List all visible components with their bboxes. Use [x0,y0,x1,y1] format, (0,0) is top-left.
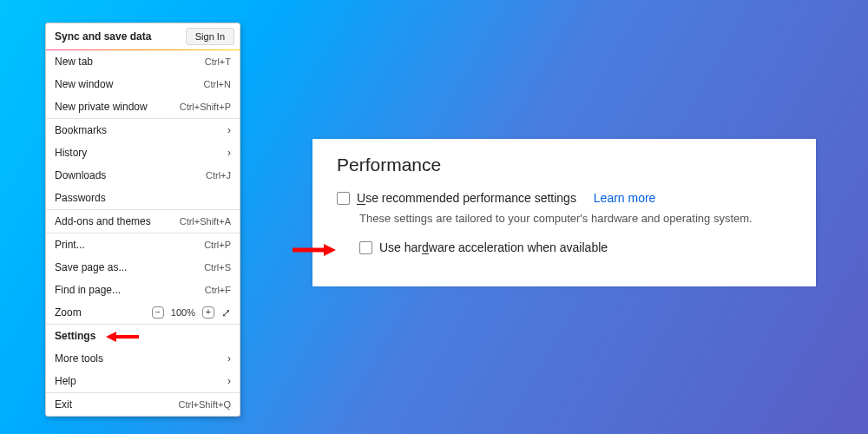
use-recommended-row[interactable]: Use recommended performance settings Lea… [337,191,792,205]
shortcut: Ctrl+N [204,79,231,89]
menu-item-label: New private window [55,101,180,113]
zoom-in-button[interactable]: + [202,306,214,319]
menu-addons[interactable]: Add-ons and themes Ctrl+Shift+A [46,210,240,233]
hw-accel-row[interactable]: Use hardware acceleration when available [359,240,792,254]
menu-passwords[interactable]: Passwords [46,187,240,209]
menu-new-window[interactable]: New window Ctrl+N [46,73,240,95]
shortcut: Ctrl+Shift+Q [178,399,231,410]
annotation-arrow-icon [106,329,141,345]
menu-save-page[interactable]: Save page as... Ctrl+S [46,256,240,279]
menu-item-label: Passwords [55,192,231,204]
menu-item-label: New tab [55,56,205,68]
menu-print[interactable]: Print... Ctrl+P [46,233,240,256]
shortcut: Ctrl+P [204,240,231,250]
use-recommended-label: Use recommended performance settings [357,191,576,205]
menu-exit[interactable]: Exit Ctrl+Shift+Q [46,393,240,416]
menu-new-private-window[interactable]: New private window Ctrl+Shift+P [46,95,240,118]
shortcut: Ctrl+J [206,170,231,181]
menu-item-label: Settings [55,330,231,342]
shortcut: Ctrl+T [205,56,231,67]
menu-item-label: History [55,147,219,159]
shortcut: Ctrl+Shift+A [180,216,231,227]
chevron-right-icon: › [219,352,231,365]
menu-new-tab[interactable]: New tab Ctrl+T [46,50,240,73]
menu-item-label: Help [55,375,219,387]
chevron-right-icon: › [219,147,231,159]
menu-help[interactable]: Help › [46,370,240,392]
shortcut: Ctrl+S [204,262,231,273]
menu-bookmarks[interactable]: Bookmarks › [46,119,240,141]
menu-item-label: Save page as... [55,261,204,273]
menu-item-label: More tools [55,352,219,365]
app-menu: Sync and save data Sign In New tab Ctrl+… [45,23,240,417]
menu-history[interactable]: History › [46,141,240,164]
sync-row: Sync and save data Sign In [46,23,240,49]
fullscreen-icon[interactable]: ⤢ [221,306,231,319]
menu-item-label: Exit [55,398,178,411]
menu-settings[interactable]: Settings [46,325,240,347]
zoom-level: 100% [171,307,195,318]
checkbox[interactable] [359,241,372,254]
menu-zoom: Zoom − 100% + ⤢ [46,301,240,324]
shortcut: Ctrl+F [205,285,231,295]
shortcut: Ctrl+Shift+P [180,102,231,112]
checkbox[interactable] [337,192,350,205]
menu-item-label: Print... [55,239,204,251]
menu-item-label: Bookmarks [55,124,219,136]
sign-in-button[interactable]: Sign In [186,28,234,45]
menu-item-label: Add-ons and themes [55,215,180,227]
chevron-right-icon: › [219,124,231,136]
zoom-out-button[interactable]: − [152,306,164,319]
menu-item-label: Downloads [55,169,206,181]
menu-find[interactable]: Find in page... Ctrl+F [46,279,240,301]
svg-marker-3 [324,244,336,256]
svg-marker-1 [106,332,116,342]
tailored-note: These settings are tailored to your comp… [359,212,792,225]
hw-accel-label: Use hardware acceleration when available [379,240,608,254]
menu-item-label: New window [55,78,204,90]
sync-label: Sync and save data [55,30,186,43]
annotation-arrow-icon [291,241,336,259]
menu-item-label: Zoom [55,306,148,319]
performance-panel: Performance Use recommended performance … [312,139,816,286]
menu-downloads[interactable]: Downloads Ctrl+J [46,164,240,187]
menu-item-label: Find in page... [55,284,205,296]
chevron-right-icon: › [219,375,231,387]
panel-title: Performance [337,155,792,175]
menu-more-tools[interactable]: More tools › [46,347,240,370]
learn-more-link[interactable]: Learn more [594,191,656,205]
